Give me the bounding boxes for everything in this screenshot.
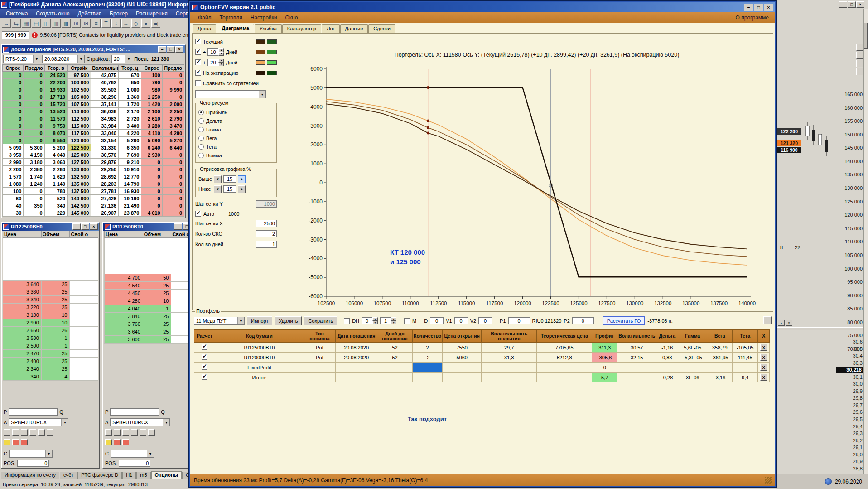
board-row[interactable]: 2 9903 1803 060127 50029,8769 21000 [3, 159, 184, 166]
draw-option[interactable]: Тета [198, 142, 274, 151]
row-checkbox[interactable] [202, 364, 207, 370]
account-select[interactable]: SPBFUT00RCX [110, 418, 170, 426]
dh-spinner-2[interactable]: 1 [380, 317, 396, 324]
toolbar-icon[interactable]: ⊠ [82, 19, 91, 28]
ask-row[interactable]: 3 36025 [3, 288, 98, 296]
bid-row[interactable]: 3 60025 [105, 336, 200, 344]
series-checkbox[interactable] [195, 80, 201, 86]
ask-row[interactable]: 4 45025 [105, 290, 200, 297]
spinner-up[interactable] [391, 317, 396, 321]
row-delete-button[interactable]: X [760, 374, 767, 381]
news-ticker[interactable]: 9:50:06 [FORTS] Contacts for liquidity p… [40, 32, 193, 38]
row-checkbox[interactable] [202, 354, 207, 360]
dom-titlebar[interactable]: RI127500BH0 ...–□× [2, 223, 99, 231]
toolbar-icon[interactable]: ▤ [32, 19, 41, 28]
terminal-tab-h1[interactable]: H1 [122, 472, 136, 479]
v1-value[interactable]: 0 [454, 317, 468, 324]
ask-row[interactable]: 3 22025 [3, 304, 98, 311]
spinner-down[interactable] [372, 321, 378, 324]
dom-hotkey-button[interactable] [122, 439, 129, 445]
board-row[interactable]: 006 550120 00032,1545 2005 0905 270 [3, 137, 184, 144]
minimize-button[interactable]: – [174, 223, 182, 230]
dom-table[interactable]: ЦенаОбъемСвой о4 700504 540254 450254 28… [104, 231, 200, 344]
app-tab-лог[interactable]: Лог [322, 24, 339, 33]
app-titlebar[interactable]: OptionFVV версия 2.1 public – □ × [190, 2, 775, 12]
series-checkbox[interactable] [195, 39, 201, 44]
toolbar-icon[interactable]: → [2, 19, 11, 28]
row-delete-button[interactable]: X [760, 344, 767, 351]
draw-option[interactable]: Вега [198, 134, 274, 142]
terminal-tab-ртс-фьючерс-d[interactable]: РТС фьючерс D [77, 472, 122, 479]
portfolio-table[interactable]: РасчетКод бумагиТип опционаДата погашени… [194, 329, 770, 382]
board-row[interactable]: 1 5701 7401 620132 50028,69212 77000 [3, 173, 184, 180]
maximize-button[interactable]: □ [81, 223, 89, 230]
dom-tool-button[interactable] [47, 429, 53, 436]
draw-option[interactable]: Прибыль [198, 108, 274, 116]
close-button[interactable]: × [175, 46, 183, 53]
board-row[interactable]: 0024 52097 50042,0756701000 [3, 72, 184, 79]
board-row[interactable]: 1000780137 50027,78116 93000 [3, 188, 184, 195]
maximize-button[interactable]: □ [167, 46, 175, 53]
client-select[interactable] [9, 450, 53, 458]
board-row[interactable]: 1 0801 2401 140135 00028,20314 79000 [3, 180, 184, 188]
app-menu-item[interactable]: Настройки [246, 14, 281, 22]
minimize-button[interactable]: – [72, 223, 81, 230]
dom-tool-button[interactable] [114, 429, 121, 436]
instrument-select[interactable]: RTS-9.20 [3, 55, 40, 63]
delete-button[interactable]: Удалить [275, 316, 302, 325]
toolbar-icon[interactable]: ▣ [151, 19, 160, 28]
toolbar-icon[interactable]: ≡ [92, 19, 101, 28]
payoff-chart[interactable]: 6000500040003000200010000-1000-2000-3000… [297, 63, 777, 310]
board-row[interactable]: 600520140 00027,42619 19000 [3, 195, 184, 202]
toolbar-icon[interactable]: ▦ [22, 19, 31, 28]
decrease-button[interactable]: < [214, 185, 222, 193]
terminal-tab-информация-по-счету[interactable]: Информация по счету [1, 472, 59, 479]
resize-grip[interactable] [765, 477, 772, 484]
dom-hotkey-button[interactable] [12, 439, 19, 445]
strikes-count-select[interactable]: 20 [111, 55, 132, 63]
board-titlebar[interactable]: Доска опционов [RTS-9.20, 20.08.2020, FO… [2, 45, 185, 53]
dom-tool-button[interactable] [4, 429, 10, 436]
p2-value[interactable]: 0 [572, 317, 594, 324]
auto-checkbox[interactable] [195, 211, 201, 217]
app-tab-улыбка[interactable]: Улыбка [255, 24, 282, 33]
ask-row[interactable]: 3 18010 [3, 311, 98, 319]
minimize-button[interactable]: – [744, 4, 753, 11]
expiry-date-select[interactable]: 20.08.2020 [42, 55, 85, 63]
increase-button[interactable]: > [238, 185, 246, 193]
draw-option[interactable]: Дельта [198, 116, 274, 125]
board-row[interactable]: 0022 200100 00040,7628507900 [3, 79, 184, 86]
maximize-button[interactable]: □ [848, 1, 856, 8]
terminal-menu-item[interactable]: Действия [74, 10, 106, 17]
portfolio-more-button[interactable] [763, 316, 772, 324]
terminal-menu-item[interactable]: Расширения [132, 10, 172, 17]
row-checkbox[interactable] [202, 374, 207, 380]
app-menu-item[interactable]: Окно [281, 14, 302, 22]
dom-tool-button[interactable] [29, 429, 36, 436]
save-button[interactable]: Сохранить [304, 316, 337, 325]
toolbar-icon[interactable]: ⇆ [12, 19, 21, 28]
ask-row[interactable]: 4 70050 [105, 274, 200, 282]
app-tab-доска[interactable]: Доска [193, 24, 216, 33]
options-board-table[interactable]: СпросПредлоТеор. вСтрайкВолатильноТеор. … [2, 64, 184, 217]
portfolio-row[interactable]: FixedProfit0X [194, 363, 770, 373]
sko-input[interactable]: 2 [256, 230, 277, 237]
toolbar-icon[interactable]: T [101, 19, 111, 28]
days-input[interactable]: 1 [256, 241, 277, 248]
dom-hotkey-button[interactable] [21, 439, 28, 445]
ask-row[interactable]: 3 64025 [3, 281, 98, 288]
ask-row[interactable]: 3 34025 [3, 296, 98, 304]
grid-x-input[interactable]: 2500 [256, 220, 277, 227]
ask-row[interactable]: 4 54025 [105, 282, 200, 290]
toolbar-icon[interactable]: ● [141, 19, 150, 28]
toolbar-icon[interactable]: ↕ [111, 19, 121, 28]
spinner-down[interactable] [218, 52, 224, 56]
dom-tool-button[interactable] [140, 429, 146, 436]
client-select[interactable] [111, 450, 154, 458]
terminal-tab-опционы[interactable]: Опционы [151, 471, 182, 479]
terminal-menu-item[interactable]: Создать окно [32, 10, 73, 17]
bid-row[interactable]: 2 40025 [3, 358, 98, 365]
scrollbar-thumb[interactable] [864, 23, 868, 49]
collapse-down-button[interactable] [786, 320, 792, 326]
series-checkbox[interactable] [195, 59, 201, 65]
